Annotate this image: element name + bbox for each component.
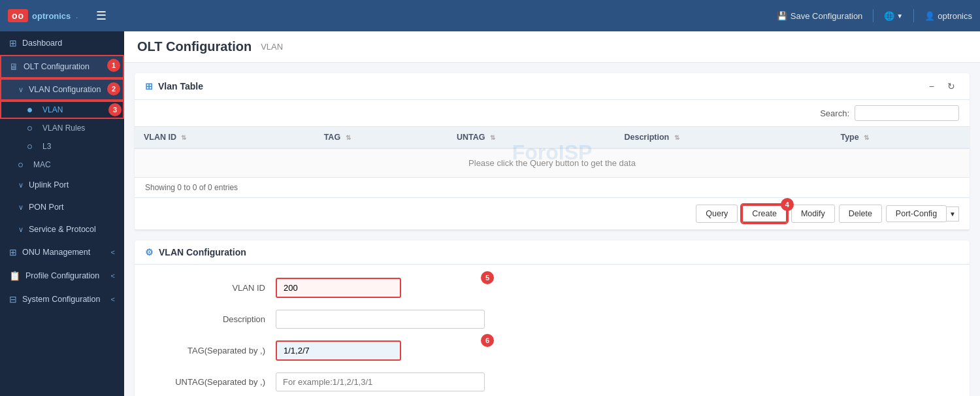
sidebar-item-vlan-rules[interactable]: VLAN Rules [0, 119, 124, 137]
vlan-id-label: VLAN ID [161, 283, 265, 293]
navbar-right: 💾 Save Configuration 🌐 ▼ 👤 optronics [777, 9, 972, 22]
table-icon: ⊞ [145, 81, 153, 91]
col-tag: TAG ⇅ [315, 127, 448, 148]
col-untag-label: UNTAG [457, 133, 485, 142]
table-wrapper: ForoISP VLAN ID ⇅ TAG ⇅ [135, 127, 970, 178]
language-button[interactable]: 🌐 ▼ [884, 11, 903, 21]
sidebar-item-uplink-label: Uplink Port [29, 180, 69, 190]
sidebar: ⊞ Dashboard 🖥 OLT Configuration < 1 ∨ VL… [0, 31, 124, 396]
save-configuration-button[interactable]: 💾 Save Configuration [777, 11, 863, 21]
sidebar-item-vlan-rules-label: VLAN Rules [42, 124, 85, 133]
uplink-icon: ∨ [18, 181, 24, 190]
l3-dot [27, 144, 32, 149]
sidebar-item-profile-config[interactable]: 📋 Profile Configuration < [0, 264, 124, 288]
sidebar-item-service-label: Service & Protocol [29, 225, 96, 234]
system-arrow: < [111, 295, 115, 303]
sidebar-item-vlan-configuration[interactable]: ∨ VLAN Configuration 2 [0, 78, 124, 101]
brand-name: optronics [32, 11, 71, 21]
col-vlan-id-label: VLAN ID [144, 133, 176, 142]
sort-untag[interactable]: ⇅ [490, 134, 495, 141]
table-footer: Showing 0 to 0 of 0 entries [135, 178, 970, 198]
nav-divider-1 [873, 9, 874, 22]
sidebar-item-olt-config-label: OLT Configuration [24, 62, 90, 71]
save-config-label: Save Configuration [791, 11, 863, 21]
sidebar-item-dashboard[interactable]: ⊞ Dashboard [0, 31, 124, 55]
vlan-table-title: Vlan Table [158, 81, 203, 91]
modify-button[interactable]: Modify [791, 205, 835, 223]
sort-vlan-id[interactable]: ⇅ [181, 134, 186, 141]
port-config-dropdown-arrow[interactable]: ▼ [946, 206, 959, 222]
create-button[interactable]: Create [742, 205, 787, 223]
sidebar-item-olt-configuration[interactable]: 🖥 OLT Configuration < 1 [0, 55, 124, 78]
minimize-button[interactable]: − [925, 80, 938, 93]
nav-divider-2 [913, 9, 914, 22]
table-header-row: VLAN ID ⇅ TAG ⇅ UNTAG ⇅ [135, 127, 970, 148]
sidebar-item-l3[interactable]: L3 [0, 137, 124, 156]
sidebar-item-pon-label: PON Port [29, 203, 64, 212]
globe-icon: 🌐 [884, 11, 894, 21]
sort-tag[interactable]: ⇅ [346, 134, 351, 141]
sidebar-item-system-config[interactable]: ⊟ System Configuration < [0, 288, 124, 311]
table-scroll: VLAN ID ⇅ TAG ⇅ UNTAG ⇅ [135, 127, 970, 178]
delete-button[interactable]: Delete [839, 205, 882, 223]
page-header: OLT Configuration VLAN [124, 31, 980, 63]
sort-description[interactable]: ⇅ [674, 134, 679, 141]
layout: ⊞ Dashboard 🖥 OLT Configuration < 1 ∨ VL… [0, 31, 980, 396]
brand-suffix: . [76, 12, 78, 20]
search-input[interactable] [855, 105, 959, 121]
untag-input[interactable] [276, 372, 485, 391]
col-type: Type ⇅ [831, 127, 970, 148]
description-input[interactable] [276, 310, 485, 329]
showing-text: Showing 0 to 0 of 0 entries [145, 183, 238, 192]
form-header-icon: ⚙ [145, 247, 154, 257]
col-tag-label: TAG [324, 133, 340, 142]
sidebar-item-vlan[interactable]: VLAN 3 [0, 101, 124, 119]
form-row-vlan-id: VLAN ID 5 [161, 278, 943, 298]
system-icon: ⊟ [9, 294, 17, 305]
query-button[interactable]: Query [696, 205, 738, 223]
col-description: Description ⇅ [615, 127, 831, 148]
sidebar-item-onu-management[interactable]: ⊞ ONU Management < [0, 240, 124, 264]
brand-logo: oo [8, 9, 28, 22]
brand: oo optronics . [8, 9, 78, 22]
sidebar-item-mac-label: MAC [33, 160, 51, 169]
monitor-icon: 🖥 [9, 61, 18, 72]
user-menu-button[interactable]: 👤 optronics [924, 11, 972, 21]
col-vlan-id: VLAN ID ⇅ [135, 127, 315, 148]
table-head: VLAN ID ⇅ TAG ⇅ UNTAG ⇅ [135, 127, 970, 148]
port-config-button[interactable]: Port-Config [886, 205, 947, 222]
vlan-config-form-header: ⚙ VLAN Configuration [135, 240, 970, 265]
sidebar-item-l3-label: L3 [42, 142, 51, 151]
col-untag: UNTAG ⇅ [448, 127, 615, 148]
user-icon: 👤 [924, 11, 935, 21]
untag-label: UNTAG(Separated by ,) [161, 377, 265, 387]
refresh-button[interactable]: ↻ [943, 80, 959, 93]
sort-type[interactable]: ⇅ [864, 134, 869, 141]
tag-field-wrapper: 6 [276, 340, 485, 361]
action-row: Query Create 4 Modify Delete Port-Config… [135, 198, 970, 230]
hamburger-button[interactable]: ☰ [91, 6, 112, 25]
pon-icon: ∨ [18, 203, 24, 212]
mac-dot [18, 163, 23, 167]
vlan-dot [27, 108, 32, 112]
sidebar-item-pon-port[interactable]: ∨ PON Port [0, 196, 124, 218]
sidebar-item-uplink-port[interactable]: ∨ Uplink Port [0, 174, 124, 196]
service-icon: ∨ [18, 225, 24, 234]
sidebar-item-service-protocol[interactable]: ∨ Service & Protocol [0, 218, 124, 240]
description-label: Description [161, 314, 265, 324]
vlan-table-card-header: ⊞ Vlan Table − ↻ [135, 73, 970, 100]
sidebar-item-mac[interactable]: MAC [0, 156, 124, 174]
vlan-id-input[interactable] [276, 278, 401, 298]
main-content: OLT Configuration VLAN ⊞ Vlan Table − ↻ … [124, 31, 980, 396]
form-body: VLAN ID 5 Description TAG(Separated by ,… [135, 265, 970, 396]
vlan-id-field-wrapper: 5 [276, 278, 485, 298]
table-body: Please click the Query button to get the… [135, 148, 970, 178]
sidebar-item-dashboard-label: Dashboard [22, 39, 62, 48]
dashboard-icon: ⊞ [9, 38, 17, 48]
vlan-table: VLAN ID ⇅ TAG ⇅ UNTAG ⇅ [135, 127, 970, 178]
vlan-config-icon: ∨ [18, 86, 24, 94]
save-icon: 💾 [777, 11, 787, 21]
tag-input[interactable] [276, 340, 401, 361]
user-label: optronics [938, 11, 972, 21]
sidebar-item-profile-label: Profile Configuration [25, 271, 99, 280]
